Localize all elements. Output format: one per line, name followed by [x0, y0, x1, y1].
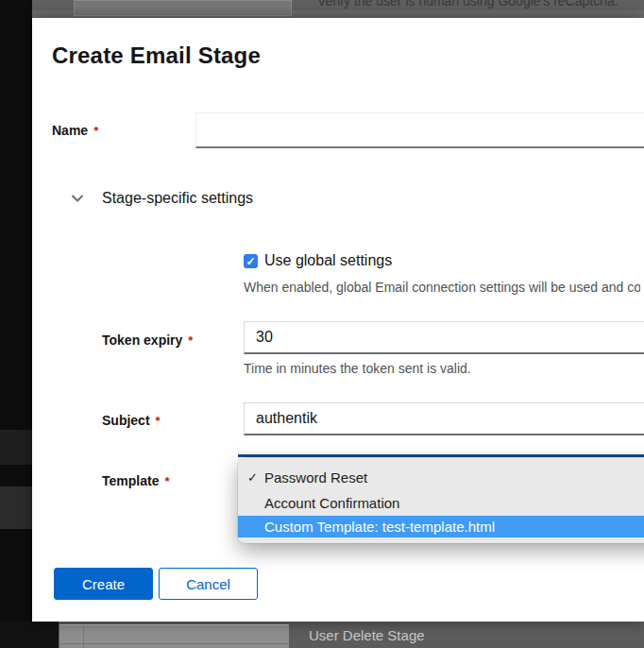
template-label: Template*: [102, 473, 170, 488]
use-global-settings-label[interactable]: Use global settings: [264, 252, 392, 269]
subject-label: Subject*: [102, 413, 161, 428]
sidebar-item-shade: [0, 430, 32, 465]
cancel-button[interactable]: Cancel: [159, 568, 258, 600]
backdrop-bottom-sidebar: [0, 622, 59, 648]
subject-input[interactable]: [244, 402, 644, 435]
backdrop-top-table-cell: [74, 0, 292, 16]
use-global-settings-checkbox[interactable]: ✓: [244, 254, 258, 268]
dropdown-option-password-reset[interactable]: ✓ Password Reset: [238, 465, 644, 490]
table-row-divider: [59, 643, 289, 644]
name-input[interactable]: [195, 112, 644, 148]
backdrop-bottom-row-text: User Delete Stage: [309, 627, 425, 643]
dropdown-option-custom-template[interactable]: Custom Template: test-template.html: [238, 516, 644, 537]
use-global-settings-help: When enabled, global Email connection se…: [244, 280, 640, 295]
token-expiry-help: Time in minutes the token sent is valid.: [244, 361, 640, 376]
create-email-stage-modal: Create Email Stage Name* Stage-specific …: [32, 18, 644, 622]
section-label: Stage-specific settings: [102, 190, 253, 207]
backdrop-top-row: Verify the user is human using Google's …: [0, 0, 644, 18]
modal-title: Create Email Stage: [52, 43, 261, 69]
name-label: Name*: [52, 123, 98, 138]
table-column-divider: [83, 625, 84, 648]
check-icon: ✓: [247, 470, 261, 485]
dropdown-option-account-confirmation[interactable]: Account Confirmation: [238, 490, 644, 516]
backdrop-bottom-row: User Delete Stage: [0, 622, 644, 648]
backdrop-top-row-text: Verify the user is human using Google's …: [317, 0, 619, 9]
backdrop-bottom-table-cell: [59, 624, 289, 648]
required-asterisk: *: [164, 474, 169, 488]
chevron-down-icon: [71, 192, 84, 205]
sidebar-item-shade-active: [0, 486, 32, 529]
template-dropdown-menu: ✓ Password Reset Account Confirmation Cu…: [238, 458, 644, 543]
token-expiry-input[interactable]: [244, 321, 644, 354]
required-asterisk: *: [188, 333, 193, 348]
app-sidebar: [0, 0, 32, 648]
create-button[interactable]: Create: [54, 568, 153, 600]
check-icon: ✓: [246, 256, 255, 267]
page-root: Verify the user is human using Google's …: [0, 0, 644, 648]
required-asterisk: *: [93, 124, 98, 138]
token-expiry-label: Token expiry*: [102, 333, 193, 348]
template-select[interactable]: [238, 454, 644, 457]
section-toggle-stage-specific-settings[interactable]: Stage-specific settings: [71, 190, 253, 207]
required-asterisk: *: [156, 414, 161, 428]
